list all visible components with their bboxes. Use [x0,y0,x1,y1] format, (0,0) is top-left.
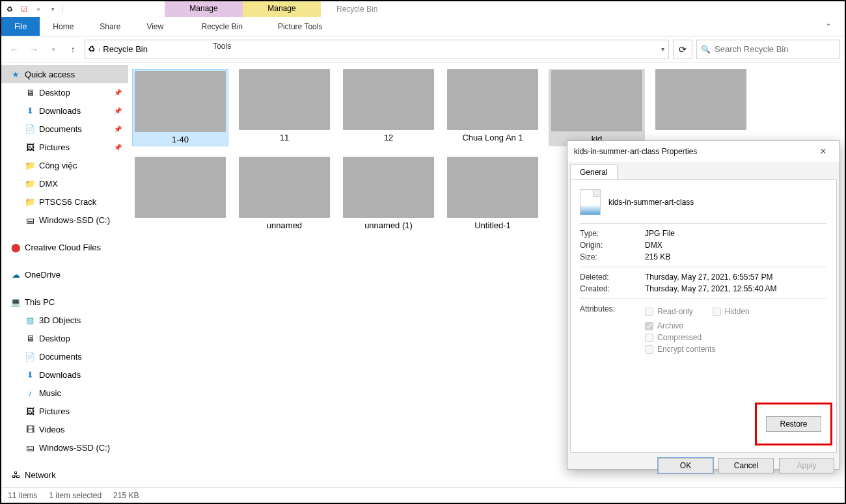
view-tab[interactable]: View [133,17,176,36]
sidebar-creative-cloud[interactable]: Creative Cloud Files [1,238,128,256]
thumbnail-label: Untitled-1 [444,220,541,230]
recyclebin-tools-tab[interactable]: Recycle Bin Tools [183,17,261,36]
pin-icon: 📌 [114,126,122,133]
search-input[interactable] [715,44,835,54]
documents-icon [25,124,35,134]
dialog-tabs: General [567,162,839,179]
ok-button[interactable]: OK [658,458,713,473]
restore-button[interactable]: Restore [766,416,821,432]
sidebar-onedrive[interactable]: OneDrive [1,265,128,284]
sidebar-item-label: Desktop [39,88,70,98]
file-thumbnail[interactable]: Untitled-1 [444,157,541,230]
search-box[interactable] [696,40,839,59]
disk-icon [25,215,35,225]
sidebar-network[interactable]: Network [1,466,128,484]
status-bar: 11 items 1 item selected 215 KB [1,487,845,503]
share-tab[interactable]: Share [87,17,133,36]
pictures-icon [25,406,35,416]
home-tab[interactable]: Home [40,17,87,36]
quick-access-label: Quick access [25,70,75,79]
file-thumbnail[interactable]: 11 [236,69,333,146]
file-thumbnail[interactable]: 1-40 [132,69,228,146]
address-bar[interactable]: › Recycle Bin ▾ [85,40,669,59]
address-location: Recycle Bin [103,44,148,54]
thumbnail-label: 12 [340,133,437,142]
apply-button[interactable]: Apply [779,458,834,473]
qat-new-folder-icon[interactable]: ▫ [33,3,44,15]
qat-dropdown-icon[interactable]: ▾ [47,3,59,15]
sidebar-disk-pc[interactable]: Windows-SSD (C:) [1,438,128,457]
sidebar-pictures-pc[interactable]: Pictures [1,402,128,420]
sidebar-item-label: DMX [39,179,58,189]
manage-picture-header: Manage [243,1,321,17]
thumbnail-label: 1-40 [134,135,226,144]
thumbnail-image [135,157,226,218]
file-thumbnail[interactable]: kid [549,69,645,146]
sidebar-item-label: Network [25,470,56,480]
cloud-icon [10,269,21,280]
folder-icon [25,160,35,170]
dialog-panel: kids-in-summer-art-class Type:JPG File O… [570,179,837,453]
file-thumbnail[interactable]: unnamed [236,157,333,230]
sidebar-folder[interactable]: PTSCS6 Crack [1,192,128,211]
general-tab[interactable]: General [570,165,618,179]
file-thumbnail[interactable]: unnamed (1) [340,157,437,230]
file-thumbnail[interactable] [653,69,749,146]
downloads-icon [25,105,35,116]
archive-checkbox[interactable]: Archive [645,321,750,330]
sidebar-item-label: Documents [39,124,82,134]
3d-icon [25,315,35,325]
up-button[interactable]: ↑ [65,42,81,57]
qat-properties-icon[interactable]: ☑ [18,3,30,15]
quick-access[interactable]: Quick access [1,65,128,83]
close-icon[interactable]: × [813,146,833,157]
sidebar-item-label: OneDrive [25,270,61,280]
sidebar-desktop-pc[interactable]: Desktop [1,329,128,347]
back-button[interactable]: ← [7,42,22,57]
sidebar-documents[interactable]: Documents📌 [1,120,128,138]
documents-icon [25,351,35,362]
contextual-tabs: Manage Manage [165,1,321,17]
pin-icon: 📌 [114,107,122,114]
sidebar-3d-objects[interactable]: 3D Objects [1,311,128,329]
forward-button[interactable]: → [26,42,42,57]
file-thumbnail[interactable] [132,157,228,230]
file-tab[interactable]: File [1,17,40,36]
readonly-checkbox[interactable]: Read-only [645,307,693,316]
dialog-title-bar: kids-in-summer-art-class Properties × [567,141,839,162]
sidebar-music[interactable]: Music [1,384,128,402]
sidebar-videos[interactable]: Videos [1,420,128,438]
file-thumbnail[interactable]: Chua Long An 1 [444,69,541,146]
thumbnail-image [343,157,434,218]
recent-dropdown-icon[interactable]: ▾ [46,42,61,57]
address-dropdown-icon[interactable]: ▾ [661,46,664,53]
encrypt-checkbox[interactable]: Encrypt contents [645,345,750,354]
size-label: Size: [580,252,645,261]
sidebar-pictures[interactable]: Pictures📌 [1,138,128,156]
file-thumbnail[interactable]: 12 [340,69,437,146]
hidden-checkbox[interactable]: Hidden [713,307,750,316]
sidebar-downloads-pc[interactable]: Downloads [1,365,128,384]
sidebar-item-label: Videos [39,425,65,434]
recycle-bin-qat-icon: ♻ [4,3,16,15]
sidebar-folder[interactable]: Công việc [1,156,128,174]
sidebar-this-pc[interactable]: This PC [1,293,128,311]
type-label: Type: [580,229,645,238]
ribbon-expand-icon[interactable]: ⌃ [812,17,845,36]
sidebar-item-label: Creative Cloud Files [25,243,101,252]
disk-icon [25,442,35,453]
status-size: 215 KB [113,491,139,500]
sidebar-documents-pc[interactable]: Documents [1,347,128,365]
compressed-checkbox[interactable]: Compressed [645,333,750,342]
chevron-right-icon[interactable]: › [98,46,100,53]
cancel-button[interactable]: Cancel [718,458,774,473]
origin-value: DMX [645,241,662,250]
sidebar-disk[interactable]: Windows-SSD (C:) [1,211,128,229]
sidebar-downloads[interactable]: Downloads📌 [1,101,128,120]
picture-tools-tab[interactable]: Picture Tools [261,17,339,36]
sidebar-desktop[interactable]: Desktop📌 [1,83,128,101]
refresh-button[interactable]: ⟳ [673,40,692,59]
thumbnail-image [239,157,330,218]
sidebar-folder[interactable]: DMX [1,174,128,192]
origin-label: Origin: [580,241,645,250]
